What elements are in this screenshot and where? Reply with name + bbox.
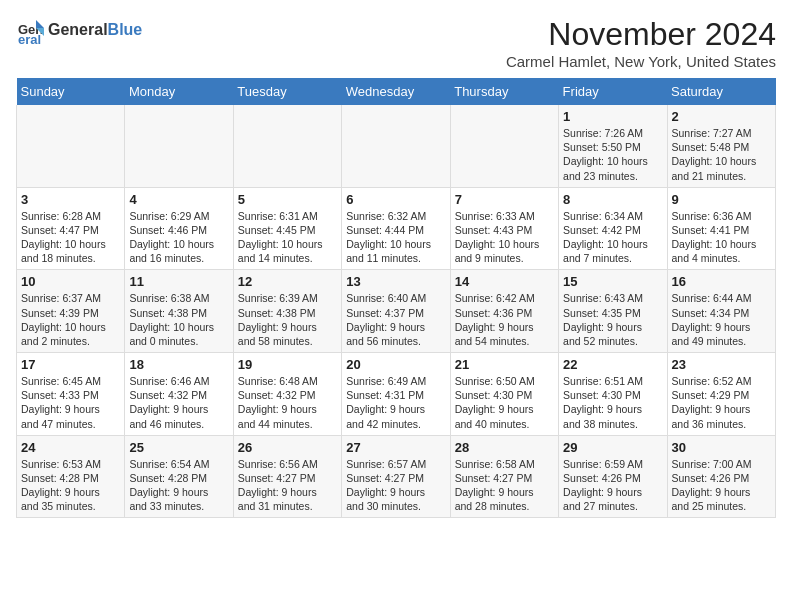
logo: Gen eral GeneralBlue (16, 16, 142, 44)
day-number: 30 (672, 440, 771, 455)
header-day-friday: Friday (559, 78, 667, 105)
header-day-saturday: Saturday (667, 78, 775, 105)
day-number: 13 (346, 274, 445, 289)
day-number: 16 (672, 274, 771, 289)
day-info: Sunrise: 7:00 AM Sunset: 4:26 PM Dayligh… (672, 457, 771, 514)
calendar-cell: 24Sunrise: 6:53 AM Sunset: 4:28 PM Dayli… (17, 435, 125, 518)
day-number: 20 (346, 357, 445, 372)
day-number: 1 (563, 109, 662, 124)
calendar-cell: 18Sunrise: 6:46 AM Sunset: 4:32 PM Dayli… (125, 353, 233, 436)
day-info: Sunrise: 6:58 AM Sunset: 4:27 PM Dayligh… (455, 457, 554, 514)
day-info: Sunrise: 6:51 AM Sunset: 4:30 PM Dayligh… (563, 374, 662, 431)
day-info: Sunrise: 6:50 AM Sunset: 4:30 PM Dayligh… (455, 374, 554, 431)
day-number: 7 (455, 192, 554, 207)
subtitle: Carmel Hamlet, New York, United States (506, 53, 776, 70)
day-info: Sunrise: 6:40 AM Sunset: 4:37 PM Dayligh… (346, 291, 445, 348)
day-info: Sunrise: 6:52 AM Sunset: 4:29 PM Dayligh… (672, 374, 771, 431)
calendar-cell: 7Sunrise: 6:33 AM Sunset: 4:43 PM Daylig… (450, 187, 558, 270)
day-info: Sunrise: 6:49 AM Sunset: 4:31 PM Dayligh… (346, 374, 445, 431)
calendar-cell: 4Sunrise: 6:29 AM Sunset: 4:46 PM Daylig… (125, 187, 233, 270)
day-number: 19 (238, 357, 337, 372)
day-number: 22 (563, 357, 662, 372)
day-info: Sunrise: 6:39 AM Sunset: 4:38 PM Dayligh… (238, 291, 337, 348)
day-info: Sunrise: 6:42 AM Sunset: 4:36 PM Dayligh… (455, 291, 554, 348)
calendar-cell: 27Sunrise: 6:57 AM Sunset: 4:27 PM Dayli… (342, 435, 450, 518)
day-number: 10 (21, 274, 120, 289)
day-info: Sunrise: 7:27 AM Sunset: 5:48 PM Dayligh… (672, 126, 771, 183)
calendar-cell: 22Sunrise: 6:51 AM Sunset: 4:30 PM Dayli… (559, 353, 667, 436)
calendar-cell: 11Sunrise: 6:38 AM Sunset: 4:38 PM Dayli… (125, 270, 233, 353)
logo-text: GeneralBlue (48, 21, 142, 39)
day-number: 21 (455, 357, 554, 372)
day-info: Sunrise: 6:54 AM Sunset: 4:28 PM Dayligh… (129, 457, 228, 514)
day-info: Sunrise: 6:46 AM Sunset: 4:32 PM Dayligh… (129, 374, 228, 431)
calendar-cell: 25Sunrise: 6:54 AM Sunset: 4:28 PM Dayli… (125, 435, 233, 518)
calendar-cell: 23Sunrise: 6:52 AM Sunset: 4:29 PM Dayli… (667, 353, 775, 436)
day-number: 5 (238, 192, 337, 207)
svg-text:eral: eral (18, 32, 41, 44)
calendar-cell: 6Sunrise: 6:32 AM Sunset: 4:44 PM Daylig… (342, 187, 450, 270)
calendar-cell: 29Sunrise: 6:59 AM Sunset: 4:26 PM Dayli… (559, 435, 667, 518)
day-number: 4 (129, 192, 228, 207)
day-number: 26 (238, 440, 337, 455)
day-info: Sunrise: 6:59 AM Sunset: 4:26 PM Dayligh… (563, 457, 662, 514)
logo-general: General (48, 21, 108, 38)
day-info: Sunrise: 6:43 AM Sunset: 4:35 PM Dayligh… (563, 291, 662, 348)
calendar-header-row: SundayMondayTuesdayWednesdayThursdayFrid… (17, 78, 776, 105)
calendar-cell: 5Sunrise: 6:31 AM Sunset: 4:45 PM Daylig… (233, 187, 341, 270)
calendar-week-row: 10Sunrise: 6:37 AM Sunset: 4:39 PM Dayli… (17, 270, 776, 353)
header-day-monday: Monday (125, 78, 233, 105)
calendar-cell (342, 105, 450, 187)
calendar-table: SundayMondayTuesdayWednesdayThursdayFrid… (16, 78, 776, 518)
calendar-cell: 16Sunrise: 6:44 AM Sunset: 4:34 PM Dayli… (667, 270, 775, 353)
day-number: 14 (455, 274, 554, 289)
day-number: 8 (563, 192, 662, 207)
calendar-cell: 28Sunrise: 6:58 AM Sunset: 4:27 PM Dayli… (450, 435, 558, 518)
day-number: 15 (563, 274, 662, 289)
calendar-week-row: 3Sunrise: 6:28 AM Sunset: 4:47 PM Daylig… (17, 187, 776, 270)
header-day-tuesday: Tuesday (233, 78, 341, 105)
day-number: 9 (672, 192, 771, 207)
calendar-cell: 20Sunrise: 6:49 AM Sunset: 4:31 PM Dayli… (342, 353, 450, 436)
month-title: November 2024 (506, 16, 776, 53)
day-info: Sunrise: 7:26 AM Sunset: 5:50 PM Dayligh… (563, 126, 662, 183)
day-number: 29 (563, 440, 662, 455)
calendar-cell: 9Sunrise: 6:36 AM Sunset: 4:41 PM Daylig… (667, 187, 775, 270)
day-number: 25 (129, 440, 228, 455)
header: Gen eral GeneralBlue November 2024 Carme… (16, 16, 776, 70)
day-info: Sunrise: 6:45 AM Sunset: 4:33 PM Dayligh… (21, 374, 120, 431)
calendar-cell (17, 105, 125, 187)
calendar-cell: 8Sunrise: 6:34 AM Sunset: 4:42 PM Daylig… (559, 187, 667, 270)
day-number: 12 (238, 274, 337, 289)
day-number: 18 (129, 357, 228, 372)
calendar-cell: 3Sunrise: 6:28 AM Sunset: 4:47 PM Daylig… (17, 187, 125, 270)
calendar-cell: 17Sunrise: 6:45 AM Sunset: 4:33 PM Dayli… (17, 353, 125, 436)
day-number: 17 (21, 357, 120, 372)
calendar-cell: 12Sunrise: 6:39 AM Sunset: 4:38 PM Dayli… (233, 270, 341, 353)
logo-blue: Blue (108, 21, 143, 38)
title-area: November 2024 Carmel Hamlet, New York, U… (506, 16, 776, 70)
calendar-cell: 21Sunrise: 6:50 AM Sunset: 4:30 PM Dayli… (450, 353, 558, 436)
day-info: Sunrise: 6:44 AM Sunset: 4:34 PM Dayligh… (672, 291, 771, 348)
day-number: 3 (21, 192, 120, 207)
day-number: 28 (455, 440, 554, 455)
calendar-cell: 15Sunrise: 6:43 AM Sunset: 4:35 PM Dayli… (559, 270, 667, 353)
calendar-cell: 30Sunrise: 7:00 AM Sunset: 4:26 PM Dayli… (667, 435, 775, 518)
calendar-cell: 26Sunrise: 6:56 AM Sunset: 4:27 PM Dayli… (233, 435, 341, 518)
day-number: 11 (129, 274, 228, 289)
calendar-cell: 19Sunrise: 6:48 AM Sunset: 4:32 PM Dayli… (233, 353, 341, 436)
day-number: 6 (346, 192, 445, 207)
calendar-cell (233, 105, 341, 187)
day-info: Sunrise: 6:34 AM Sunset: 4:42 PM Dayligh… (563, 209, 662, 266)
day-number: 24 (21, 440, 120, 455)
calendar-cell (125, 105, 233, 187)
day-info: Sunrise: 6:56 AM Sunset: 4:27 PM Dayligh… (238, 457, 337, 514)
calendar-week-row: 17Sunrise: 6:45 AM Sunset: 4:33 PM Dayli… (17, 353, 776, 436)
day-info: Sunrise: 6:37 AM Sunset: 4:39 PM Dayligh… (21, 291, 120, 348)
calendar-cell: 14Sunrise: 6:42 AM Sunset: 4:36 PM Dayli… (450, 270, 558, 353)
day-number: 2 (672, 109, 771, 124)
day-info: Sunrise: 6:31 AM Sunset: 4:45 PM Dayligh… (238, 209, 337, 266)
header-day-sunday: Sunday (17, 78, 125, 105)
calendar-week-row: 24Sunrise: 6:53 AM Sunset: 4:28 PM Dayli… (17, 435, 776, 518)
logo-icon: Gen eral (16, 16, 44, 44)
